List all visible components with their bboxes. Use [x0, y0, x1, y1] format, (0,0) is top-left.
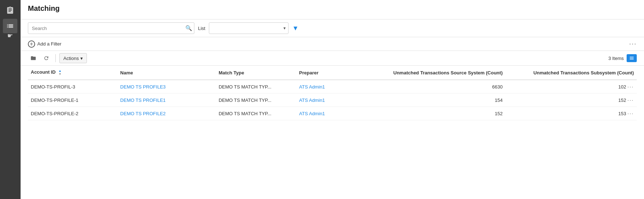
row-menu-button[interactable]: ···: [627, 97, 634, 103]
actions-label: Actions: [63, 56, 79, 61]
search-input[interactable]: [28, 22, 194, 34]
col-unmatched-subsystem: Unmatched Transactions Subsystem (Count): [505, 66, 637, 80]
col-account-id-label: Account ID: [31, 69, 56, 75]
add-filter-button[interactable]: + Add a Filter: [28, 40, 61, 48]
main-content: Matching 🔍 List ▾ ▼ + Add a Filter ···: [21, 0, 644, 199]
search-container: 🔍: [28, 22, 194, 34]
col-unmatched-source-label: Unmatched Transactions Source System (Co…: [393, 70, 503, 75]
actions-chevron-icon: ▾: [80, 56, 83, 61]
cell-unmatched-subsystem: 152 ···: [505, 94, 637, 107]
col-unmatched-source: Unmatched Transactions Source System (Co…: [363, 66, 506, 80]
cell-match-type: DEMO TS MATCH TYP...: [216, 80, 296, 94]
cell-name[interactable]: DEMO TS PROFILE1: [117, 94, 216, 107]
action-bar-right: 3 Items: [608, 54, 637, 62]
filter-row: + Add a Filter ···: [21, 37, 644, 51]
add-filter-label: Add a Filter: [37, 41, 61, 47]
actions-button[interactable]: Actions ▾: [59, 53, 87, 63]
cell-preparer[interactable]: ATS Admin1: [296, 94, 363, 107]
cell-account-id: DEMO-TS-PROFILE-1: [28, 94, 117, 107]
more-options-button[interactable]: ···: [629, 40, 637, 48]
list-select[interactable]: [209, 22, 289, 34]
col-account-id[interactable]: Account ID ▲ ▼: [28, 66, 117, 80]
col-preparer-label: Preparer: [299, 70, 318, 75]
col-name-label: Name: [120, 70, 133, 75]
folder-button[interactable]: [28, 53, 39, 63]
toolbar-row: 🔍 List ▾ ▼: [21, 20, 644, 37]
name-link[interactable]: DEMO TS PROFILE1: [120, 98, 165, 103]
page-title: Matching: [28, 4, 637, 13]
cell-name[interactable]: DEMO TS PROFILE3: [117, 80, 216, 94]
preparer-link[interactable]: ATS Admin1: [299, 84, 325, 90]
sort-down-icon: ▼: [58, 73, 62, 76]
action-bar: Actions ▾ 3 Items: [21, 51, 644, 66]
name-link[interactable]: DEMO TS PROFILE3: [120, 84, 165, 90]
name-link[interactable]: DEMO TS PROFILE2: [120, 111, 165, 116]
plus-circle-icon: +: [28, 40, 35, 48]
table-container: Account ID ▲ ▼ Name Match Type Preparer: [21, 66, 644, 199]
cell-unmatched-subsystem: 153 ···: [505, 107, 637, 120]
col-unmatched-subsystem-label: Unmatched Transactions Subsystem (Count): [534, 70, 634, 75]
cell-name[interactable]: DEMO TS PROFILE2: [117, 107, 216, 120]
cell-preparer[interactable]: ATS Admin1: [296, 80, 363, 94]
sidebar: ☛: [0, 0, 21, 199]
cell-preparer[interactable]: ATS Admin1: [296, 107, 363, 120]
clipboard-icon[interactable]: [3, 3, 17, 17]
list-label: List: [198, 26, 205, 31]
cell-account-id: DEMO-TS-PROFIL-3: [28, 80, 117, 94]
refresh-button[interactable]: [41, 53, 52, 63]
cell-unmatched-source: 152: [363, 107, 506, 120]
col-preparer: Preparer: [296, 66, 363, 80]
items-count: 3 Items: [608, 56, 624, 61]
preparer-link[interactable]: ATS Admin1: [299, 111, 325, 116]
action-bar-left: Actions ▾: [28, 53, 87, 63]
filter-icon[interactable]: ▼: [292, 25, 299, 32]
col-match-type: Match Type: [216, 66, 296, 80]
divider: [55, 54, 56, 62]
cell-match-type: DEMO TS MATCH TYP...: [216, 94, 296, 107]
table-row: DEMO-TS-PROFILE-1 DEMO TS PROFILE1 DEMO …: [28, 94, 637, 107]
table-row: DEMO-TS-PROFIL-3 DEMO TS PROFILE3 DEMO T…: [28, 80, 637, 94]
list-select-container: ▾: [209, 22, 289, 34]
col-match-type-label: Match Type: [219, 70, 244, 75]
col-name: Name: [117, 66, 216, 80]
search-button[interactable]: 🔍: [185, 25, 192, 31]
preparer-link[interactable]: ATS Admin1: [299, 98, 325, 103]
row-menu-button[interactable]: ···: [627, 111, 634, 116]
cell-unmatched-subsystem: 102 ···: [505, 80, 637, 94]
sort-icons[interactable]: ▲ ▼: [58, 69, 62, 76]
view-toggle-button[interactable]: [627, 54, 637, 62]
table-header-row: Account ID ▲ ▼ Name Match Type Preparer: [28, 66, 637, 80]
cell-match-type: DEMO TS MATCH TYP...: [216, 107, 296, 120]
cell-account-id: DEMO-TS-PROFILE-2: [28, 107, 117, 120]
data-table: Account ID ▲ ▼ Name Match Type Preparer: [28, 66, 637, 120]
header: Matching: [21, 0, 644, 20]
table-row: DEMO-TS-PROFILE-2 DEMO TS PROFILE2 DEMO …: [28, 107, 637, 120]
row-menu-button[interactable]: ···: [627, 84, 634, 90]
cell-unmatched-source: 6630: [363, 80, 506, 94]
list-view-icon[interactable]: ☛: [3, 19, 17, 33]
cell-unmatched-source: 154: [363, 94, 506, 107]
